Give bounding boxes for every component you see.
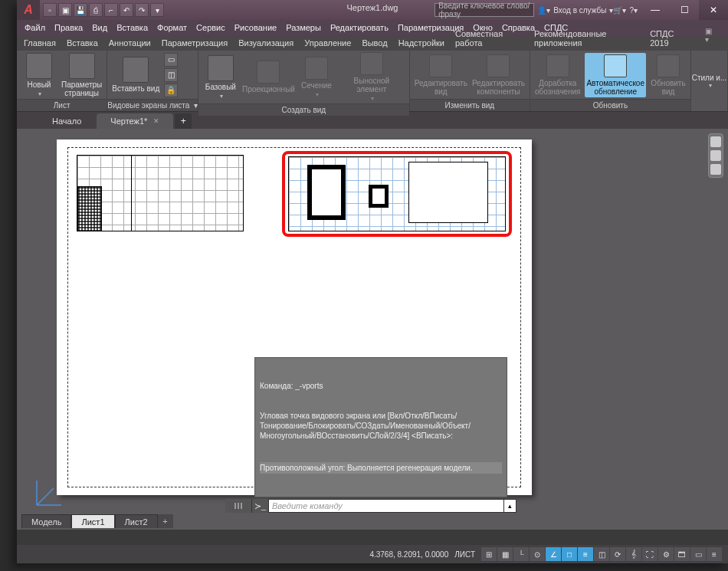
quick-access-toolbar: ▫ ▣ 💾 ⎙ ⌐ ↶ ↷ ▾ bbox=[40, 3, 167, 17]
ribbon: Новый▾ Параметры страницы Лист Вставить … bbox=[17, 51, 728, 112]
tab-home[interactable]: Главная bbox=[18, 36, 61, 51]
tab-param[interactable]: Параметризация bbox=[156, 36, 233, 51]
menu-insert[interactable]: Вставка bbox=[112, 21, 152, 34]
status-ortho-icon[interactable]: └ bbox=[513, 547, 529, 561]
command-recent-icon[interactable]: ▴ bbox=[504, 499, 516, 513]
status-lineweight-icon[interactable]: ≡ bbox=[578, 547, 593, 561]
cart-icon[interactable]: ▾🛒▾ bbox=[609, 6, 626, 15]
qat-redo-icon[interactable]: ↷ bbox=[135, 3, 149, 17]
tab-annotate[interactable]: Аннотации bbox=[103, 36, 156, 51]
maximize-button[interactable] bbox=[670, 0, 699, 20]
menu-tools[interactable]: Сервис bbox=[192, 21, 230, 34]
user-icon[interactable]: 👤▾ bbox=[537, 6, 550, 15]
vp-clip-icon[interactable]: ◫ bbox=[164, 68, 178, 82]
status-polar-icon[interactable]: ⊙ bbox=[530, 547, 545, 561]
tab-visual[interactable]: Визуализация bbox=[233, 36, 299, 51]
qat-save-icon[interactable]: 💾 bbox=[74, 3, 87, 17]
navigation-bar[interactable] bbox=[708, 133, 723, 178]
menu-file[interactable]: Файл bbox=[20, 21, 50, 34]
status-grid-icon[interactable]: ⊞ bbox=[481, 547, 497, 561]
tab-spds[interactable]: СПДС 2019 bbox=[644, 27, 694, 51]
status-clean-icon[interactable]: ▭ bbox=[690, 547, 706, 561]
menu-draw[interactable]: Рисование bbox=[230, 21, 281, 34]
menu-view[interactable]: Вид bbox=[87, 21, 112, 34]
status-osnap-icon[interactable]: ∠ bbox=[546, 547, 561, 561]
qat-saveas-icon[interactable]: ⎙ bbox=[89, 3, 103, 17]
update-view-button[interactable]: Обновить вид bbox=[651, 54, 686, 96]
ribbon-collapse-icon[interactable]: ▣ ▾ bbox=[694, 27, 726, 51]
panel-styles[interactable]: Стили и... ▾ bbox=[691, 51, 728, 111]
space-label[interactable]: ЛИСТ bbox=[454, 550, 475, 559]
search-input[interactable]: Введите ключевое слово/фразу bbox=[435, 3, 534, 17]
panel-update: Доработка обозначения Автоматическое обн… bbox=[530, 51, 691, 111]
status-monitor-icon[interactable]: 🗔 bbox=[674, 547, 690, 561]
qat-plot-icon[interactable]: ⌐ bbox=[104, 3, 118, 17]
tab-featured[interactable]: Рекомендованные приложения bbox=[529, 27, 644, 51]
page-setup-button[interactable]: Параметры страницы bbox=[61, 53, 102, 97]
sheet-list1[interactable]: Лист1 bbox=[71, 514, 114, 528]
tab-manage[interactable]: Управление bbox=[299, 36, 356, 51]
ribbon-tab-strip: Главная Вставка Аннотации Параметризация… bbox=[17, 35, 728, 51]
status-toggles: ⊞ ▦ └ ⊙ ∠ □ ≡ ◫ ⟳ 𝄞 ⛶ ⚙ 🗔 ▭ ≡ bbox=[481, 547, 722, 561]
vp-lock-icon[interactable]: 🔒 bbox=[164, 84, 178, 97]
menu-modify[interactable]: Редактировать bbox=[326, 21, 393, 34]
login-link[interactable]: Вход в службы bbox=[553, 6, 606, 15]
command-prompt-icon[interactable]: ≻_ bbox=[251, 499, 268, 513]
doc-tab-drawing[interactable]: Чертеж1*✕ bbox=[97, 113, 173, 129]
status-annoscale-icon[interactable]: 𝄞 bbox=[626, 547, 641, 561]
panel-title-vp: Видовые экраны листа ▾ bbox=[107, 99, 198, 111]
insert-view-button[interactable]: Вставить вид bbox=[112, 57, 159, 93]
detail-view-button[interactable]: Выносной элемент▾ bbox=[339, 52, 405, 102]
viewport-1[interactable] bbox=[77, 155, 244, 231]
new-layout-button[interactable]: Новый▾ bbox=[21, 53, 57, 97]
vp-rect-icon[interactable]: ▭ bbox=[164, 53, 178, 67]
app-logo[interactable]: A bbox=[17, 0, 40, 20]
tab-insert[interactable]: Вставка bbox=[61, 36, 103, 51]
qat-open-icon[interactable]: ▣ bbox=[58, 3, 72, 17]
status-custom-icon[interactable]: ≡ bbox=[707, 547, 722, 561]
section-view-button[interactable]: Сечение▾ bbox=[299, 57, 334, 98]
sheet-add-button[interactable]: + bbox=[158, 514, 173, 528]
ucs-icon[interactable] bbox=[34, 477, 64, 508]
menu-edit[interactable]: Правка bbox=[50, 21, 87, 34]
auto-update-button[interactable]: Автоматическое обновление bbox=[585, 53, 646, 97]
sheet-model[interactable]: Модель bbox=[21, 514, 71, 528]
status-scale-icon[interactable]: ⛶ bbox=[642, 547, 657, 561]
close-doc-icon[interactable]: ✕ bbox=[153, 117, 159, 125]
help-icon[interactable]: ?▾ bbox=[629, 6, 638, 15]
status-workspace-icon[interactable]: ⚙ bbox=[658, 547, 674, 561]
projected-view-button[interactable]: Проекционный bbox=[243, 61, 294, 94]
nav-wheel-icon[interactable] bbox=[710, 136, 721, 147]
command-grip-icon[interactable] bbox=[225, 499, 251, 513]
panel-sheet: Новый▾ Параметры страницы Лист bbox=[17, 51, 107, 111]
command-history[interactable]: Команда: _-vports Угловая точка видового… bbox=[254, 357, 507, 497]
menu-dim[interactable]: Размеры bbox=[281, 21, 326, 34]
base-view-button[interactable]: Базовый▾ bbox=[203, 55, 238, 100]
coordinate-readout[interactable]: 4.3768, 8.2091, 0.0000 bbox=[369, 550, 448, 559]
sheet-list2[interactable]: Лист2 bbox=[115, 514, 158, 528]
qat-more-icon[interactable]: ▾ bbox=[150, 3, 164, 17]
status-snap-icon[interactable]: ▦ bbox=[497, 547, 513, 561]
panel-title-update: Обновить bbox=[530, 99, 690, 111]
command-input[interactable]: Введите команду bbox=[268, 499, 504, 513]
panel-viewports: Вставить вид ▭ ◫ 🔒 Видовые экраны листа … bbox=[107, 51, 198, 111]
tab-addins[interactable]: Надстройки bbox=[393, 36, 450, 51]
edit-view-button[interactable]: Редактировать вид bbox=[415, 54, 467, 96]
qat-undo-icon[interactable]: ↶ bbox=[120, 3, 133, 17]
tab-collab[interactable]: Совместная работа bbox=[450, 27, 529, 51]
minimize-button[interactable] bbox=[641, 0, 670, 20]
nav-zoom-icon[interactable] bbox=[710, 164, 721, 175]
app-frame: A ▫ ▣ 💾 ⎙ ⌐ ↶ ↷ ▾ Чертеж1.dwg Введите кл… bbox=[17, 0, 728, 563]
doc-tab-start[interactable]: Начало bbox=[38, 113, 95, 129]
symbol-sketch-button[interactable]: Доработка обозначения bbox=[535, 54, 580, 96]
status-otrack-icon[interactable]: □ bbox=[562, 547, 577, 561]
doc-add-button[interactable]: + bbox=[175, 113, 192, 129]
nav-pan-icon[interactable] bbox=[710, 150, 721, 161]
menu-format[interactable]: Формат bbox=[152, 21, 192, 34]
status-transparency-icon[interactable]: ◫ bbox=[594, 547, 609, 561]
edit-comp-button[interactable]: Редактировать компоненты bbox=[472, 54, 525, 96]
qat-new-icon[interactable]: ▫ bbox=[43, 3, 57, 17]
status-cycle-icon[interactable]: ⟳ bbox=[610, 547, 625, 561]
close-button[interactable] bbox=[699, 0, 728, 20]
tab-output[interactable]: Вывод bbox=[356, 36, 392, 51]
